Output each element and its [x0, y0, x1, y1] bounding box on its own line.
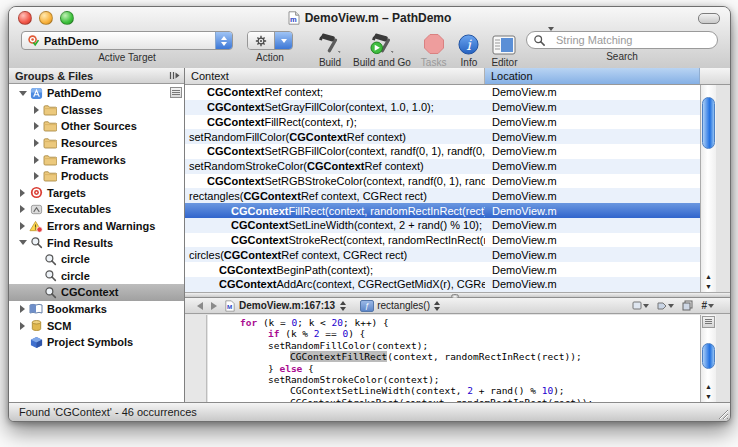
result-row[interactable]: setRandomFillColor(CGContextRef context)…	[185, 129, 700, 144]
result-row[interactable]: CGContextFillRect(context, r);DemoView.m	[185, 115, 700, 130]
editor-button[interactable]: Editor	[491, 31, 517, 68]
file-popup-stepper-icon[interactable]	[340, 301, 346, 311]
sidebar-item-frameworks[interactable]: Frameworks	[9, 151, 184, 168]
result-row[interactable]: CGContextFillRect(context, randomRectInR…	[185, 203, 700, 218]
search-input[interactable]: String Matching	[526, 31, 718, 49]
title-bar[interactable]: m DemoView.m – PathDemo	[9, 7, 730, 28]
sidebar-item-cgcontext[interactable]: CGContext	[9, 284, 184, 301]
sidebar-menu-icon[interactable]	[170, 87, 182, 98]
line-number-tool-icon[interactable]: #	[701, 300, 714, 311]
sidebar-item-label: Errors and Warnings	[47, 220, 155, 232]
target-icon	[28, 186, 44, 200]
result-row[interactable]: CGContextSetRGBStrokeColor(context, rand…	[185, 174, 700, 189]
result-location-cell: DemoView.m	[485, 249, 700, 261]
disclosure-triangle-icon[interactable]	[17, 91, 28, 96]
hammer-go-icon	[368, 31, 396, 55]
screen: m DemoView.m – PathDemo PathDemo Active …	[0, 0, 738, 447]
disclosure-triangle-icon[interactable]	[31, 172, 42, 180]
sidebar-item-resources[interactable]: Resources	[9, 135, 184, 152]
result-row[interactable]: CGContextStrokeRect(context, randomRectI…	[185, 233, 700, 248]
back-button[interactable]	[193, 300, 207, 312]
results-scrollbar[interactable]: ▲▼	[700, 85, 716, 292]
sidebar-item-circle[interactable]: circle	[9, 268, 184, 285]
code-area[interactable]: for (k = 0; k < 20; k++) {if (k % 2 == 0…	[208, 315, 700, 402]
sidebar-item-other-sources[interactable]: Other Sources	[9, 118, 184, 135]
resize-grip-icon[interactable]	[716, 407, 729, 420]
sidebar-header: Groups & Files	[9, 68, 184, 84]
active-target-caption: Active Target	[98, 52, 156, 63]
build-button[interactable]: Build	[317, 31, 343, 68]
scrollbar-thumb[interactable]	[702, 343, 715, 369]
sidebar-item-targets[interactable]: Targets	[9, 185, 184, 202]
symbol-popup[interactable]: rectangles()	[377, 300, 430, 311]
sidebar-item-bookmarks[interactable]: Bookmarks	[9, 301, 184, 318]
build-and-go-button[interactable]: Build and Go	[353, 31, 411, 68]
disclosure-triangle-icon[interactable]	[31, 106, 42, 114]
split-editor-icon[interactable]	[702, 316, 715, 328]
sidebar-item-project-symbols[interactable]: Project Symbols	[9, 334, 184, 351]
result-context-cell: CGContextSetRGBFillColor(context, randf(…	[185, 145, 485, 157]
sidebar-tree: PathDemoClassesOther SourcesResourcesFra…	[9, 85, 184, 402]
result-row[interactable]: CGContextBeginPath(context);DemoView.m	[185, 262, 700, 277]
disclosure-triangle-icon[interactable]	[31, 139, 42, 147]
code-line: setRandomFillColor(context);	[208, 340, 700, 351]
warning-icon	[28, 219, 44, 233]
symbol-popup-stepper-icon[interactable]	[434, 301, 440, 311]
disclosure-triangle-icon[interactable]	[17, 240, 28, 245]
action-button[interactable]	[247, 31, 293, 50]
result-row[interactable]: CGContextSetRGBFillColor(context, randf(…	[185, 144, 700, 159]
editor-caption: Editor	[491, 57, 517, 68]
sidebar-item-pathdemo[interactable]: PathDemo	[9, 85, 184, 102]
disclosure-triangle-icon[interactable]	[17, 189, 28, 197]
counterpart-tool-icon[interactable]	[682, 300, 693, 311]
result-row[interactable]: CGContextAddArc(context, CGRectGetMidX(r…	[185, 277, 700, 292]
sidebar-item-classes[interactable]: Classes	[9, 102, 184, 119]
sidebar-item-circle[interactable]: circle	[9, 251, 184, 268]
scrollbar-thumb[interactable]	[702, 97, 715, 149]
bookmark-tool-icon[interactable]	[632, 301, 649, 311]
magnifier-icon	[42, 269, 58, 283]
scroll-down-icon[interactable]: ▼	[705, 283, 712, 290]
sidebar-item-label: PathDemo	[47, 87, 101, 99]
scroll-down-icon[interactable]: ▼	[705, 393, 712, 400]
sidebar-item-label: Resources	[61, 137, 117, 149]
breakpoint-tool-icon[interactable]	[657, 301, 674, 311]
minimize-button[interactable]	[39, 11, 53, 25]
result-row[interactable]: CGContextSetLineWidth(context, 2 + rand(…	[185, 218, 700, 233]
close-button[interactable]	[18, 11, 32, 25]
column-header-context[interactable]: Context	[185, 68, 485, 84]
scroll-up-icon[interactable]: ▲	[705, 273, 712, 280]
scroll-up-icon[interactable]: ▲	[705, 383, 712, 390]
toolbar-toggle-button[interactable]	[698, 13, 720, 24]
result-row[interactable]: rectangles(CGContextRef context, CGRect …	[185, 188, 700, 203]
result-row[interactable]: circles(CGContextRef context, CGRect rec…	[185, 247, 700, 262]
sidebar-item-products[interactable]: Products	[9, 168, 184, 185]
result-context-cell: CGContextFillRect(context, randomRectInR…	[185, 205, 485, 217]
result-row[interactable]: CGContextRef context;DemoView.m	[185, 85, 700, 100]
sidebar-item-scm[interactable]: SCM	[9, 317, 184, 334]
disclosure-triangle-icon[interactable]	[17, 222, 28, 230]
info-button[interactable]: i Info	[458, 31, 479, 68]
file-popup[interactable]: DemoView.m:167:13	[239, 300, 335, 311]
disclosure-triangle-icon[interactable]	[17, 322, 28, 330]
disclosure-triangle-icon[interactable]	[17, 205, 28, 213]
active-target-popup[interactable]: PathDemo	[21, 31, 233, 50]
column-header-location[interactable]: Location	[485, 68, 700, 84]
header-corner	[700, 68, 730, 84]
disclosure-triangle-icon[interactable]	[31, 122, 42, 130]
sidebar-item-executables[interactable]: Executables	[9, 201, 184, 218]
toolbar: PathDemo Active Target Action Bui	[9, 28, 730, 68]
forward-button[interactable]	[207, 300, 221, 312]
disclosure-triangle-icon[interactable]	[31, 156, 42, 164]
result-row[interactable]: CGContextSetGrayFillColor(context, 1.0, …	[185, 100, 700, 115]
zoom-button[interactable]	[60, 11, 74, 25]
scm-icon	[28, 319, 44, 333]
disclosure-triangle-icon[interactable]	[17, 305, 28, 313]
sidebar-item-find-results[interactable]: Find Results	[9, 234, 184, 251]
editor-scrollbar[interactable]: ▲▼	[700, 315, 716, 402]
result-row[interactable]: setRandomStrokeColor(CGContextRef contex…	[185, 159, 700, 174]
magnifier-icon	[42, 252, 58, 266]
editor-gutter[interactable]	[185, 315, 207, 402]
sidebar-collapse-icon[interactable]	[169, 71, 180, 80]
sidebar-item-errors-and-warnings[interactable]: Errors and Warnings	[9, 218, 184, 235]
